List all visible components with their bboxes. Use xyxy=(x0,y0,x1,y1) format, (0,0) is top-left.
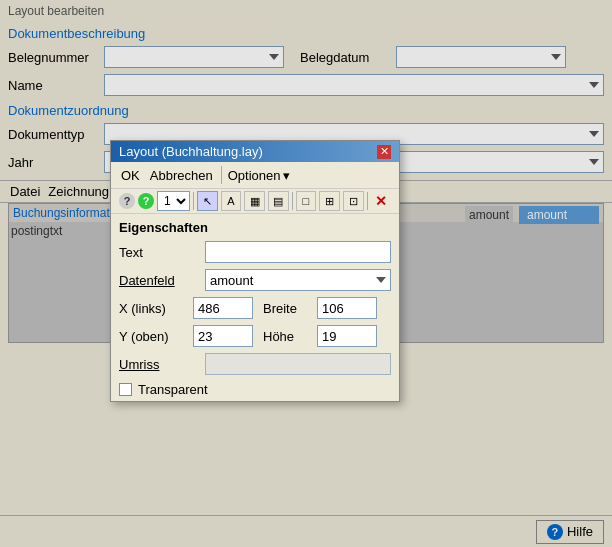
modal-title-bar: Layout (Buchhaltung.lay) ✕ xyxy=(111,141,399,162)
db-tool-btn[interactable]: ⊡ xyxy=(343,191,364,211)
options-chevron: ▾ xyxy=(283,168,290,183)
modal-options-button[interactable]: Optionen ▾ xyxy=(228,168,291,183)
modal-ok-button[interactable]: OK xyxy=(119,167,142,184)
page-select[interactable]: 1 xyxy=(157,191,190,211)
x-input[interactable] xyxy=(193,297,253,319)
toolbar-separator-1 xyxy=(221,166,222,184)
hoehe-input[interactable] xyxy=(317,325,377,347)
modal-dialog: Layout (Buchhaltung.lay) ✕ OK Abbrechen … xyxy=(110,140,400,402)
cursor-tool-btn[interactable]: ↖ xyxy=(197,191,218,211)
options-label: Optionen xyxy=(228,168,281,183)
y-label: Y (oben) xyxy=(119,329,189,344)
delete-btn[interactable]: ✕ xyxy=(371,191,392,211)
modal-close-button[interactable]: ✕ xyxy=(377,145,391,159)
transparent-checkbox[interactable] xyxy=(119,383,132,396)
y-hoehe-row: Y (oben) Höhe xyxy=(111,322,399,350)
modal-cancel-button[interactable]: Abbrechen xyxy=(148,167,215,184)
grid-tool-btn[interactable]: ▦ xyxy=(244,191,265,211)
breite-input[interactable] xyxy=(317,297,377,319)
modal-icon-toolbar: ? ? 1 ↖ A ▦ ▤ □ ⊞ ⊡ ✕ xyxy=(111,189,399,214)
hoehe-pair: Höhe xyxy=(263,325,377,347)
help-circle-green-icon[interactable]: ? xyxy=(138,193,154,209)
image-tool-btn[interactable]: □ xyxy=(296,191,317,211)
breite-pair: Breite xyxy=(263,297,377,319)
datenfeld-label: Datenfeld xyxy=(119,273,199,288)
transparent-row: Transparent xyxy=(111,378,399,401)
delete-icon: ✕ xyxy=(375,193,387,209)
umriss-select[interactable] xyxy=(205,353,391,375)
toolbar-separator-3 xyxy=(292,192,293,210)
main-window: Layout bearbeiten Dokumentbeschreibung B… xyxy=(0,0,612,547)
text-row: Text xyxy=(111,238,399,266)
umriss-label: Umriss xyxy=(119,357,199,372)
modal-title: Layout (Buchhaltung.lay) xyxy=(119,144,263,159)
toolbar-separator-2 xyxy=(193,192,194,210)
help-circle-gray-icon[interactable]: ? xyxy=(119,193,135,209)
y-pair: Y (oben) xyxy=(119,325,253,347)
text-tool-btn[interactable]: A xyxy=(221,191,242,211)
toolbar-separator-4 xyxy=(367,192,368,210)
photo-tool-btn[interactable]: ⊞ xyxy=(319,191,340,211)
text-label: Text xyxy=(119,245,199,260)
modal-button-row: OK Abbrechen Optionen ▾ xyxy=(111,162,399,189)
x-pair: X (links) xyxy=(119,297,253,319)
text-input[interactable] xyxy=(205,241,391,263)
x-breite-row: X (links) Breite xyxy=(111,294,399,322)
x-label: X (links) xyxy=(119,301,189,316)
y-input[interactable] xyxy=(193,325,253,347)
breite-label: Breite xyxy=(263,301,313,316)
datenfeld-row: Datenfeld amount xyxy=(111,266,399,294)
eigenschaften-label: Eigenschaften xyxy=(111,214,399,238)
barcode-tool-btn[interactable]: ▤ xyxy=(268,191,289,211)
hoehe-label: Höhe xyxy=(263,329,313,344)
datenfeld-select[interactable]: amount xyxy=(205,269,391,291)
transparent-label: Transparent xyxy=(138,382,208,397)
umriss-row: Umriss xyxy=(111,350,399,378)
